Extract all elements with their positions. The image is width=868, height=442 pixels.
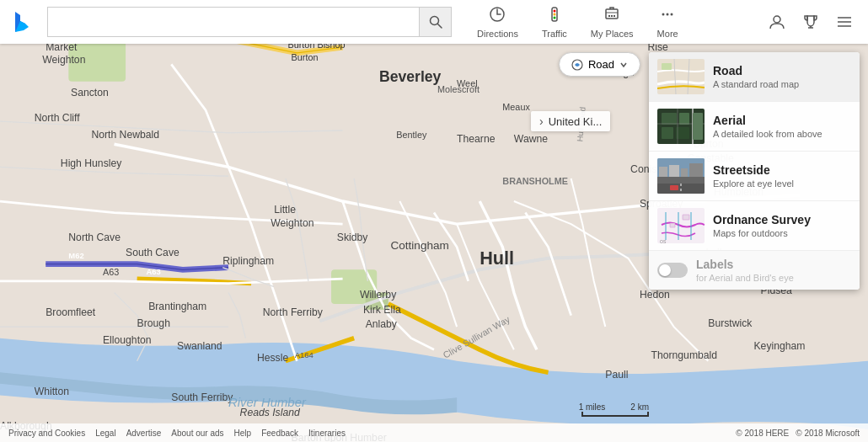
scale-miles: 1 miles	[579, 402, 606, 412]
svg-rect-107	[679, 113, 689, 125]
user-icon-btn[interactable]	[762, 7, 792, 37]
map-type-dropdown[interactable]: Road	[559, 52, 640, 77]
svg-text:Riplingham: Riplingham	[222, 255, 274, 267]
svg-text:Whitton: Whitton	[35, 386, 69, 397]
labels-label: Labels	[696, 258, 794, 271]
road-description: A standard road map	[713, 79, 799, 89]
ordnance-type-text: Ordnance Survey Maps for outdoors	[713, 213, 811, 238]
svg-text:Hedon: Hedon	[640, 289, 670, 301]
svg-text:OS: OS	[660, 239, 667, 243]
svg-rect-10	[611, 15, 613, 17]
svg-text:South Cave: South Cave	[126, 247, 179, 258]
bing-logo[interactable]	[0, 0, 44, 44]
svg-rect-110	[693, 113, 703, 140]
svg-text:A164: A164	[295, 350, 313, 359]
svg-text:Cottingham: Cottingham	[391, 239, 449, 252]
road-type-text: Road A standard road map	[713, 64, 799, 89]
svg-text:Market: Market	[46, 44, 78, 53]
nav-more[interactable]: More	[646, 3, 690, 42]
ordnance-label: Ordnance Survey	[713, 213, 811, 226]
svg-text:Paull: Paull	[605, 369, 628, 381]
svg-text:North Ferriby: North Ferriby	[263, 306, 324, 318]
svg-text:Beverley: Beverley	[379, 68, 442, 85]
svg-point-5	[553, 9, 555, 12]
svg-rect-109	[676, 127, 689, 139]
svg-rect-123	[670, 223, 675, 227]
svg-point-7	[553, 16, 555, 19]
svg-text:Broomfleet: Broomfleet	[46, 306, 96, 318]
svg-text:Burton Bishop: Burton Bishop	[288, 44, 346, 50]
labels-text: Labels for Aerial and Bird's eye	[696, 258, 794, 283]
streetside-type-text: Streetside Explore at eye level	[713, 163, 794, 189]
nav-more-label: More	[657, 29, 678, 39]
footer-help[interactable]: Help	[234, 429, 252, 438]
svg-text:South Ferriby: South Ferriby	[171, 391, 233, 403]
svg-rect-115	[669, 165, 679, 177]
nav-directions-label: Directions	[477, 29, 518, 39]
svg-text:Hull: Hull	[480, 248, 514, 269]
svg-rect-120	[670, 185, 678, 190]
streetside-thumbnail	[657, 158, 705, 194]
nav-myplaces[interactable]: My Places	[579, 3, 646, 42]
myplaces-icon	[603, 6, 620, 27]
svg-rect-117	[689, 163, 703, 177]
map-type-streetside[interactable]: Streetside Explore at eye level	[649, 152, 860, 201]
aerial-description: A detailed look from above	[713, 129, 822, 139]
map-type-selector[interactable]: Road	[559, 52, 640, 77]
menu-icon-btn[interactable]	[829, 7, 860, 37]
nav-traffic-label: Traffic	[542, 29, 567, 39]
svg-text:Willerby: Willerby	[360, 289, 397, 301]
svg-text:Hessle: Hessle	[257, 352, 288, 364]
svg-text:Skidby: Skidby	[337, 232, 368, 243]
svg-text:Weighton: Weighton	[271, 217, 313, 229]
svg-text:Sancton: Sancton	[71, 87, 109, 99]
map-type-ordnance[interactable]: OS Ordnance Survey Maps for outdoors	[649, 201, 860, 251]
svg-text:High Hunsley: High Hunsley	[61, 157, 122, 169]
footer-feedback[interactable]: Feedback	[261, 429, 298, 438]
map-dropdown-icon	[571, 59, 583, 71]
breadcrumb-location: United Ki...	[549, 115, 603, 128]
nav-bar: Directions Traffic	[465, 3, 690, 42]
footer-about-ads[interactable]: About our ads	[171, 429, 223, 438]
trophy-icon-btn[interactable]	[796, 7, 826, 37]
svg-text:Bentley: Bentley	[396, 130, 427, 140]
header: Directions Traffic	[0, 0, 868, 44]
labels-description: for Aerial and Bird's eye	[696, 273, 794, 283]
svg-text:Anlaby: Anlaby	[366, 318, 398, 330]
nav-myplaces-label: My Places	[591, 29, 634, 39]
search-input[interactable]	[48, 8, 419, 36]
svg-text:Swanland: Swanland	[177, 340, 222, 352]
search-button[interactable]	[419, 8, 451, 36]
svg-text:M62: M62	[68, 251, 83, 260]
footer-itineraries[interactable]: Itineraries	[308, 429, 346, 438]
breadcrumb-arrow[interactable]: ›	[539, 114, 544, 128]
svg-text:North Cave: North Cave	[68, 232, 121, 243]
road-label: Road	[713, 64, 799, 77]
svg-rect-122	[683, 215, 689, 220]
streetside-label: Streetside	[713, 163, 794, 177]
aerial-thumbnail	[657, 109, 705, 144]
svg-text:North Cliff: North Cliff	[35, 112, 81, 124]
labels-toggle-switch[interactable]	[657, 263, 688, 278]
aerial-label: Aerial	[713, 114, 822, 127]
map-type-road[interactable]: Road A standard road map	[649, 52, 860, 102]
nav-traffic[interactable]: Traffic	[530, 3, 579, 42]
svg-text:Elloughton: Elloughton	[103, 334, 152, 346]
svg-rect-104	[662, 63, 672, 70]
svg-rect-8	[606, 9, 618, 19]
more-icon	[659, 6, 676, 27]
footer-advertise[interactable]: Advertise	[126, 429, 162, 438]
footer-links: Privacy and Cookies Legal Advertise Abou…	[8, 429, 346, 438]
nav-directions[interactable]: Directions	[465, 3, 530, 42]
svg-text:A63: A63	[103, 267, 119, 277]
svg-text:Kirk Ella: Kirk Ella	[363, 304, 401, 316]
map[interactable]: A1079 M62 A63 A164 Sancton North Newbald…	[0, 44, 868, 442]
map-type-selected-label: Road	[588, 58, 614, 71]
footer-privacy[interactable]: Privacy and Cookies	[8, 429, 85, 438]
svg-point-13	[667, 13, 669, 15]
footer-legal[interactable]: Legal	[95, 429, 115, 438]
aerial-type-text: Aerial A detailed look from above	[713, 114, 822, 139]
map-type-aerial[interactable]: Aerial A detailed look from above	[649, 102, 860, 152]
svg-text:Meaux: Meaux	[502, 102, 530, 112]
svg-rect-106	[662, 113, 677, 125]
